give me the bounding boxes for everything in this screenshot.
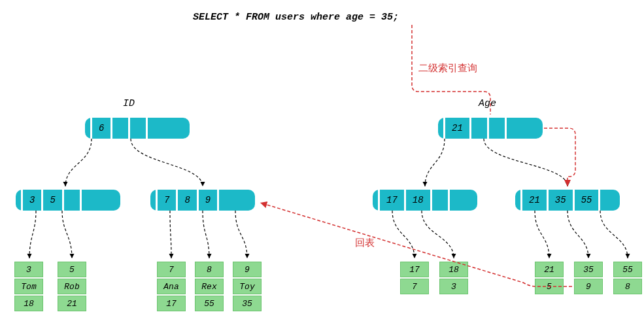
leaf-id: 7 — [157, 262, 186, 277]
age-root-node: 21 — [438, 118, 543, 139]
age-l2b-1: 35 — [550, 195, 571, 205]
id-l2a-0: 3 — [24, 195, 40, 205]
leaf-name: Rob — [58, 279, 86, 294]
leaf-age-17: 17 7 — [400, 262, 429, 294]
leaf-key: 55 — [613, 262, 642, 277]
leaf-id: 9 — [233, 262, 262, 277]
leaf-id-3: 3 Tom 18 — [14, 262, 43, 311]
leaf-id-7: 7 Ana 17 — [157, 262, 186, 311]
leaf-age-21: 21 5 — [535, 262, 564, 294]
id-root-node: 6 — [85, 118, 190, 139]
leaf-age: 55 — [195, 296, 224, 311]
age-l2a-0: 17 — [381, 195, 403, 205]
leaf-key: 35 — [574, 262, 603, 277]
leaf-key: 21 — [535, 262, 564, 277]
id-l2-b: 7 8 9 — [150, 190, 255, 211]
leaf-ptr: 9 — [574, 279, 603, 294]
leaf-key: 18 — [439, 262, 468, 277]
leaf-age: 17 — [157, 296, 186, 311]
id-l2-a: 3 5 — [16, 190, 120, 211]
sql-query: SELECT * FROM users where age = 35; — [193, 12, 399, 23]
leaf-key: 17 — [400, 262, 429, 277]
leaf-id: 8 — [195, 262, 224, 277]
leaf-ptr: 3 — [439, 279, 468, 294]
id-l2b-1: 8 — [179, 195, 195, 205]
id-root-val: 6 — [93, 123, 109, 133]
id-tree-label: ID — [123, 98, 135, 109]
leaf-id-8: 8 Rex 55 — [195, 262, 224, 311]
leaf-name: Tom — [14, 279, 43, 294]
leaf-age: 35 — [233, 296, 262, 311]
annotation-back-to-table: 回表 — [355, 237, 375, 249]
leaf-ptr: 5 — [535, 279, 564, 294]
id-l2b-0: 7 — [159, 195, 175, 205]
leaf-age-55: 55 8 — [613, 262, 642, 294]
leaf-age-35: 35 9 — [574, 262, 603, 294]
leaf-name: Rex — [195, 279, 224, 294]
leaf-id-9: 9 Toy 35 — [233, 262, 262, 311]
age-tree-label: Age — [479, 98, 496, 109]
leaf-ptr: 7 — [400, 279, 429, 294]
age-l2-a: 17 18 — [373, 190, 477, 211]
id-l2a-1: 5 — [44, 195, 60, 205]
leaf-id-5: 5 Rob 21 — [58, 262, 86, 311]
age-l2b-2: 55 — [576, 195, 598, 205]
leaf-age: 21 — [58, 296, 86, 311]
age-l2a-1: 18 — [407, 195, 429, 205]
leaf-id: 3 — [14, 262, 43, 277]
leaf-id: 5 — [58, 262, 86, 277]
id-l2b-2: 9 — [200, 195, 216, 205]
age-root-val: 21 — [447, 123, 468, 133]
age-l2-b: 21 35 55 — [515, 190, 620, 211]
leaf-name: Ana — [157, 279, 186, 294]
leaf-ptr: 8 — [613, 279, 642, 294]
annotation-secondary-index: 二级索引查询 — [418, 62, 477, 75]
leaf-age-18: 18 3 — [439, 262, 468, 294]
leaf-name: Toy — [233, 279, 262, 294]
leaf-age: 18 — [14, 296, 43, 311]
age-l2b-0: 21 — [524, 195, 545, 205]
